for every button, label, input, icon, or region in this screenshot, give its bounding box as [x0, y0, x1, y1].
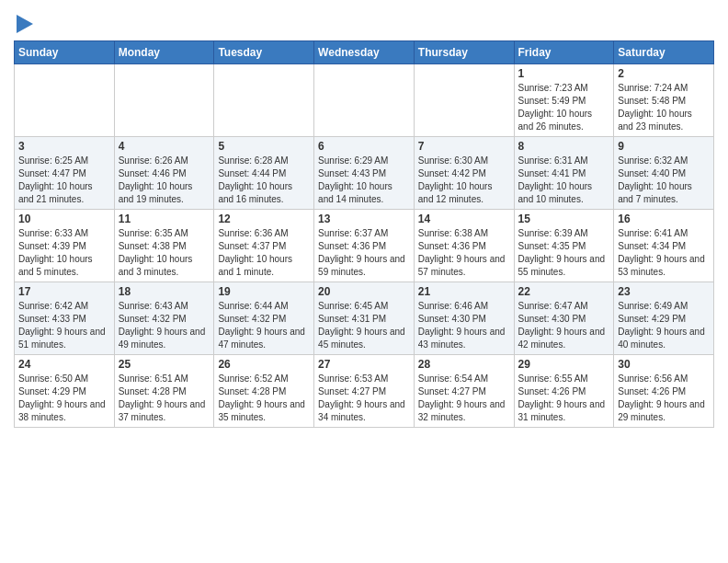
- day-number: 10: [18, 213, 110, 225]
- calendar-cell: 26Sunrise: 6:52 AM Sunset: 4:28 PM Dayli…: [214, 355, 314, 428]
- day-number: 28: [418, 358, 510, 371]
- calendar-week-5: 24Sunrise: 6:50 AM Sunset: 4:29 PM Dayli…: [15, 355, 714, 428]
- day-number: 27: [318, 358, 410, 371]
- calendar-cell: 10Sunrise: 6:33 AM Sunset: 4:39 PM Dayli…: [15, 210, 115, 282]
- calendar-cell: 13Sunrise: 6:37 AM Sunset: 4:36 PM Dayli…: [314, 210, 415, 282]
- calendar-cell: [414, 64, 514, 137]
- day-number: 19: [218, 285, 310, 298]
- calendar-cell: 21Sunrise: 6:46 AM Sunset: 4:30 PM Dayli…: [414, 282, 514, 355]
- day-info: Sunrise: 6:45 AM Sunset: 4:31 PM Dayligh…: [318, 300, 410, 351]
- day-info: Sunrise: 6:31 AM Sunset: 4:41 PM Dayligh…: [518, 155, 610, 206]
- day-number: 3: [18, 140, 110, 153]
- calendar-cell: 9Sunrise: 6:32 AM Sunset: 4:40 PM Daylig…: [614, 137, 714, 210]
- day-number: 21: [418, 285, 510, 298]
- day-number: 8: [518, 140, 610, 153]
- day-info: Sunrise: 6:41 AM Sunset: 4:34 PM Dayligh…: [618, 227, 710, 279]
- calendar-cell: 19Sunrise: 6:44 AM Sunset: 4:32 PM Dayli…: [214, 282, 314, 355]
- day-info: Sunrise: 6:39 AM Sunset: 4:35 PM Dayligh…: [518, 227, 610, 279]
- day-info: Sunrise: 6:36 AM Sunset: 4:37 PM Dayligh…: [218, 227, 310, 279]
- day-info: Sunrise: 6:33 AM Sunset: 4:39 PM Dayligh…: [18, 227, 110, 279]
- calendar-week-4: 17Sunrise: 6:42 AM Sunset: 4:33 PM Dayli…: [15, 282, 714, 355]
- day-number: 25: [119, 358, 210, 371]
- day-number: 26: [218, 358, 310, 371]
- day-number: 22: [518, 285, 610, 298]
- day-info: Sunrise: 6:28 AM Sunset: 4:44 PM Dayligh…: [218, 155, 310, 206]
- calendar-table: SundayMondayTuesdayWednesdayThursdayFrid…: [14, 40, 714, 428]
- day-number: 23: [618, 285, 710, 298]
- calendar-cell: 30Sunrise: 6:56 AM Sunset: 4:26 PM Dayli…: [614, 355, 714, 428]
- day-info: Sunrise: 6:47 AM Sunset: 4:30 PM Dayligh…: [518, 300, 610, 351]
- calendar-cell: 27Sunrise: 6:53 AM Sunset: 4:27 PM Dayli…: [314, 355, 415, 428]
- day-info: Sunrise: 6:42 AM Sunset: 4:33 PM Dayligh…: [18, 300, 110, 351]
- weekday-header-sunday: Sunday: [15, 41, 115, 64]
- calendar-cell: [214, 64, 314, 137]
- calendar-week-3: 10Sunrise: 6:33 AM Sunset: 4:39 PM Dayli…: [15, 210, 714, 282]
- day-number: 6: [318, 140, 410, 153]
- day-number: 17: [18, 285, 110, 298]
- day-info: Sunrise: 6:29 AM Sunset: 4:43 PM Dayligh…: [318, 155, 410, 206]
- calendar-cell: 11Sunrise: 6:35 AM Sunset: 4:38 PM Dayli…: [114, 210, 214, 282]
- weekday-header-tuesday: Tuesday: [214, 41, 314, 64]
- day-info: Sunrise: 6:49 AM Sunset: 4:29 PM Dayligh…: [618, 300, 710, 351]
- day-info: Sunrise: 6:54 AM Sunset: 4:27 PM Dayligh…: [418, 373, 510, 424]
- day-number: 1: [518, 67, 610, 80]
- day-info: Sunrise: 6:25 AM Sunset: 4:47 PM Dayligh…: [18, 155, 110, 206]
- day-info: Sunrise: 6:35 AM Sunset: 4:38 PM Dayligh…: [119, 227, 210, 279]
- day-info: Sunrise: 7:23 AM Sunset: 5:49 PM Dayligh…: [518, 82, 610, 133]
- calendar-cell: 16Sunrise: 6:41 AM Sunset: 4:34 PM Dayli…: [614, 210, 714, 282]
- calendar-cell: 4Sunrise: 6:26 AM Sunset: 4:46 PM Daylig…: [114, 137, 214, 210]
- day-info: Sunrise: 6:56 AM Sunset: 4:26 PM Dayligh…: [618, 373, 710, 424]
- calendar-cell: 8Sunrise: 6:31 AM Sunset: 4:41 PM Daylig…: [514, 137, 614, 210]
- calendar-cell: [314, 64, 415, 137]
- day-number: 14: [418, 213, 510, 225]
- logo: [14, 13, 33, 33]
- calendar-cell: 28Sunrise: 6:54 AM Sunset: 4:27 PM Dayli…: [414, 355, 514, 428]
- day-number: 11: [119, 213, 210, 225]
- calendar-cell: 24Sunrise: 6:50 AM Sunset: 4:29 PM Dayli…: [15, 355, 115, 428]
- weekday-header-wednesday: Wednesday: [314, 41, 415, 64]
- calendar-cell: 12Sunrise: 6:36 AM Sunset: 4:37 PM Dayli…: [214, 210, 314, 282]
- weekday-header-thursday: Thursday: [414, 41, 514, 64]
- day-number: 12: [218, 213, 310, 225]
- day-number: 24: [18, 358, 110, 371]
- day-info: Sunrise: 6:43 AM Sunset: 4:32 PM Dayligh…: [119, 300, 210, 351]
- calendar-cell: 23Sunrise: 6:49 AM Sunset: 4:29 PM Dayli…: [614, 282, 714, 355]
- day-number: 20: [318, 285, 410, 298]
- day-info: Sunrise: 6:51 AM Sunset: 4:28 PM Dayligh…: [119, 373, 210, 424]
- day-number: 9: [618, 140, 710, 153]
- day-number: 18: [119, 285, 210, 298]
- day-info: Sunrise: 6:44 AM Sunset: 4:32 PM Dayligh…: [218, 300, 310, 351]
- calendar-cell: 22Sunrise: 6:47 AM Sunset: 4:30 PM Dayli…: [514, 282, 614, 355]
- day-info: Sunrise: 6:30 AM Sunset: 4:42 PM Dayligh…: [418, 155, 510, 206]
- day-info: Sunrise: 6:46 AM Sunset: 4:30 PM Dayligh…: [418, 300, 510, 351]
- calendar-week-1: 1Sunrise: 7:23 AM Sunset: 5:49 PM Daylig…: [15, 64, 714, 137]
- day-number: 15: [518, 213, 610, 225]
- day-info: Sunrise: 6:26 AM Sunset: 4:46 PM Dayligh…: [119, 155, 210, 206]
- weekday-header-monday: Monday: [114, 41, 214, 64]
- calendar-cell: 29Sunrise: 6:55 AM Sunset: 4:26 PM Dayli…: [514, 355, 614, 428]
- day-number: 5: [218, 140, 310, 153]
- day-info: Sunrise: 6:52 AM Sunset: 4:28 PM Dayligh…: [218, 373, 310, 424]
- calendar-cell: 14Sunrise: 6:38 AM Sunset: 4:36 PM Dayli…: [414, 210, 514, 282]
- calendar-cell: 25Sunrise: 6:51 AM Sunset: 4:28 PM Dayli…: [114, 355, 214, 428]
- day-info: Sunrise: 7:24 AM Sunset: 5:48 PM Dayligh…: [618, 82, 710, 133]
- calendar-cell: 5Sunrise: 6:28 AM Sunset: 4:44 PM Daylig…: [214, 137, 314, 210]
- calendar-cell: 1Sunrise: 7:23 AM Sunset: 5:49 PM Daylig…: [514, 64, 614, 137]
- day-number: 30: [618, 358, 710, 371]
- day-info: Sunrise: 6:37 AM Sunset: 4:36 PM Dayligh…: [318, 227, 410, 279]
- day-number: 2: [618, 67, 710, 80]
- day-info: Sunrise: 6:32 AM Sunset: 4:40 PM Dayligh…: [618, 155, 710, 206]
- day-number: 4: [119, 140, 210, 153]
- day-number: 13: [318, 213, 410, 225]
- calendar-cell: [114, 64, 214, 137]
- calendar-cell: 17Sunrise: 6:42 AM Sunset: 4:33 PM Dayli…: [15, 282, 115, 355]
- day-number: 7: [418, 140, 510, 153]
- calendar-cell: [15, 64, 115, 137]
- calendar-cell: 18Sunrise: 6:43 AM Sunset: 4:32 PM Dayli…: [114, 282, 214, 355]
- calendar-cell: 6Sunrise: 6:29 AM Sunset: 4:43 PM Daylig…: [314, 137, 415, 210]
- logo-arrow-icon: [17, 15, 33, 33]
- day-info: Sunrise: 6:38 AM Sunset: 4:36 PM Dayligh…: [418, 227, 510, 279]
- day-info: Sunrise: 6:50 AM Sunset: 4:29 PM Dayligh…: [18, 373, 110, 424]
- calendar-cell: 15Sunrise: 6:39 AM Sunset: 4:35 PM Dayli…: [514, 210, 614, 282]
- calendar-header-row: SundayMondayTuesdayWednesdayThursdayFrid…: [15, 41, 714, 64]
